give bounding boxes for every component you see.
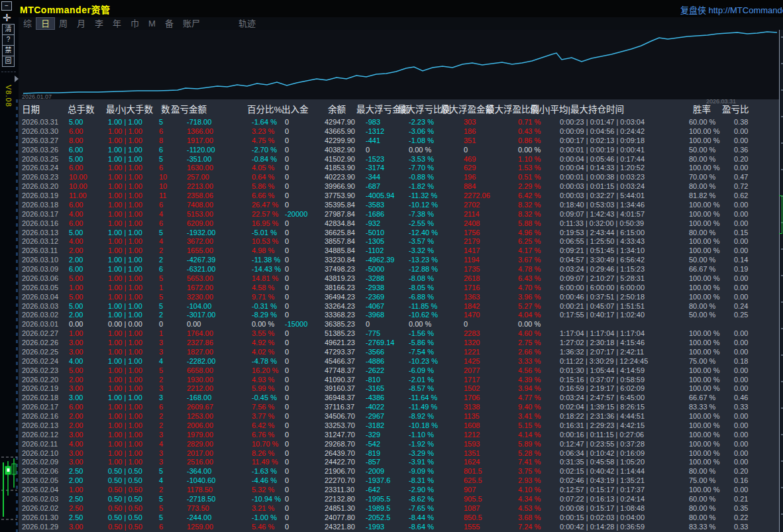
menu-item-综[interactable]: 综	[19, 18, 36, 29]
table-row[interactable]: 2026.03.2310.001.00 | 1.0010257.000.64 %…	[19, 173, 779, 182]
cell: 8.32 %	[507, 210, 556, 219]
column-header[interactable]: 最小|大手数	[96, 102, 154, 115]
table-row[interactable]: 2026.02.193.001.00 | 1.0032212.005.99 %0…	[19, 384, 779, 394]
cell: 3.00	[65, 339, 96, 348]
table-row[interactable]: 2026.03.255.001.00 | 1.005-351.00-0.84 %…	[19, 155, 779, 164]
move-icon[interactable]: ✛	[3, 13, 11, 23]
table-row[interactable]: 2026.03.010.000.00 | 0.0000.000.00 %-150…	[19, 320, 779, 329]
table-row[interactable]: 2026.03.174.001.00 | 1.0045153.0022.57 %…	[19, 210, 779, 219]
equity-chart[interactable]	[19, 30, 783, 99]
cell: 2026.03.09	[19, 265, 65, 274]
table-row[interactable]: 2026.03.096.001.00 | 1.006-6321.00-14.43…	[19, 265, 779, 274]
table-row[interactable]: 2026.02.244.001.00 | 1.004-2282.00-4.78 …	[19, 357, 779, 366]
cell: 1366.00	[173, 127, 237, 136]
cell: 0	[275, 421, 315, 431]
menu-item-年[interactable]: 年	[108, 18, 126, 29]
table-row[interactable]: 2026.02.022.500.50 | 0.505773.503.21 %02…	[19, 504, 779, 513]
column-header[interactable]: 余额	[315, 102, 356, 115]
forbid-icon[interactable]: 禁	[2, 45, 15, 56]
cell: -3.29 %	[399, 449, 453, 458]
table-row[interactable]: 2026.02.176.001.00 | 1.0062609.677.56 %0…	[19, 403, 779, 412]
table-row[interactable]: 2026.02.132.001.00 | 1.0022006.006.42 %0…	[19, 421, 779, 431]
cell: 0	[275, 504, 315, 513]
column-header[interactable]: 数	[154, 102, 173, 115]
table-row[interactable]: 2026.01.293.000.50 | 0.5061259.005.46 %0…	[19, 523, 779, 532]
table-row[interactable]: 2026.03.035.001.00 | 1.005-104.00-0.31 %…	[19, 302, 779, 311]
table-row[interactable]: 2026.02.052.000.50 | 0.504-1040.60-4.46 …	[19, 476, 779, 486]
table-row[interactable]: 2026.03.051.001.00 | 1.0011672.004.58 %0…	[19, 284, 779, 293]
cell: 2516.00	[173, 458, 237, 467]
minimize-button[interactable]: −	[1, 1, 12, 11]
menu-item-日[interactable]: 日	[36, 18, 54, 29]
table-row[interactable]: 2026.03.166.001.00 | 1.0066209.0016.95 %…	[19, 219, 779, 229]
table-row[interactable]: 2026.03.315.001.00 | 1.005-718.00-1.64 %…	[19, 118, 779, 127]
cell: 0.00	[733, 246, 759, 256]
cell: 83.33 %	[688, 403, 733, 412]
menu-item-月[interactable]: 月	[72, 18, 90, 29]
table-row[interactable]: 2026.02.183.001.00 | 1.003-168.00-0.45 %…	[19, 394, 779, 403]
menu-item-M[interactable]: M	[144, 18, 160, 29]
table-row[interactable]: 2026.02.162.001.00 | 1.0021253.003.77 %0…	[19, 412, 779, 421]
cell: 0.43 %	[507, 127, 556, 136]
column-header[interactable]: 最大浮亏金额	[356, 102, 399, 115]
table-row[interactable]: 2026.03.266.001.00 | 1.006-1120.00-2.70 …	[19, 146, 779, 155]
cell: 80.00 %	[688, 155, 733, 164]
table-row[interactable]: 2026.03.186.001.00 | 1.0067408.0026.47 %…	[19, 201, 779, 210]
table-row[interactable]: 2026.02.253.001.00 | 1.0031827.004.02 %0…	[19, 348, 779, 357]
table-row[interactable]: 2026.02.093.001.00 | 1.0032516.0011.49 %…	[19, 458, 779, 467]
table-row[interactable]: 2026.02.114.001.00 | 1.0042829.0010.70 %…	[19, 440, 779, 449]
cell: 0:11:33 | 0:32:00 | 0:50:39	[556, 219, 688, 229]
table-row[interactable]: 2026.02.041.000.50 | 0.5021178.505.32 %0…	[19, 486, 779, 495]
table-row[interactable]: 2026.03.306.001.00 | 1.0061366.003.23 %0…	[19, 127, 779, 136]
table-row[interactable]: 2026.03.1911.001.00 | 1.00112358.066.66 …	[19, 191, 779, 201]
table-row[interactable]: 2026.03.246.001.00 | 1.0061630.004.05 %0…	[19, 164, 779, 173]
table-row[interactable]: 2026.03.135.001.00 | 1.005-1932.00-5.01 …	[19, 229, 779, 238]
table-row[interactable]: 2026.03.022.001.00 | 1.002-3017.00-8.29 …	[19, 311, 779, 320]
table-row[interactable]: 2026.02.235.001.00 | 1.0056658.0016.20 %…	[19, 366, 779, 376]
clear-icon[interactable]: 清	[2, 24, 15, 35]
table-row[interactable]: 2026.03.102.001.00 | 1.002-4267.39-11.38…	[19, 256, 779, 265]
table-row[interactable]: 2026.03.124.001.00 | 1.0043672.0010.53 %…	[19, 237, 779, 246]
column-header[interactable]: 日期	[19, 102, 65, 115]
table-header: 日期总手数最小|大手数数盈亏金额百分比%出入金余额最大浮亏金额最大浮亏比例最大浮…	[19, 99, 779, 117]
table-row[interactable]: 2026.02.032.500.50 | 0.505-2718.50-10.94…	[19, 495, 779, 504]
menu-item-备[interactable]: 备	[160, 18, 178, 29]
cell: 0	[275, 256, 315, 265]
table-row[interactable]: 2026.02.103.001.00 | 1.0032017.008.26 %0…	[19, 449, 779, 458]
table-row[interactable]: 2026.03.2010.001.00 | 1.00102213.005.86 …	[19, 182, 779, 191]
cell: 1194	[453, 256, 507, 265]
cell: -1.92 %	[399, 440, 453, 449]
menu-item-账尸[interactable]: 账尸	[178, 18, 205, 29]
cell: 1655.00	[173, 246, 237, 256]
table-row[interactable]: 2026.03.278.001.00 | 1.0081917.004.75 %0…	[19, 136, 779, 146]
windows-icon[interactable]: 回	[2, 56, 15, 67]
table-row[interactable]: 2026.02.123.001.00 | 1.0031979.006.76 %0…	[19, 431, 779, 440]
cell: 2026.03.13	[19, 229, 65, 238]
column-header[interactable]: 盈亏比	[733, 102, 759, 115]
table-row[interactable]: 2026.02.263.001.00 | 1.0032327.864.92 %0…	[19, 339, 779, 348]
table-row[interactable]: 2026.02.062.500.50 | 0.505-364.00-1.63 %…	[19, 467, 779, 476]
column-header[interactable]: 百分比%	[237, 102, 275, 115]
cell: 0.00	[733, 201, 759, 210]
help-icon[interactable]: ?	[2, 34, 15, 46]
menu-item-巾[interactable]: 巾	[126, 18, 144, 29]
table-row[interactable]: 2026.02.271.001.00 | 1.0011764.003.55 %0…	[19, 329, 779, 339]
column-header[interactable]: 盈亏金额	[173, 102, 237, 115]
table-row[interactable]: 2026.03.065.001.00 | 1.0055653.0014.81 %…	[19, 274, 779, 284]
column-header[interactable]: 总手数	[65, 102, 96, 115]
table-row[interactable]: 2026.01.302.500.50 | 0.505-244.00-1.00 %…	[19, 513, 779, 523]
version-label: V8.08	[5, 85, 13, 107]
cell: 3.75 %	[507, 467, 556, 476]
column-header[interactable]: 最小|平均|最大持仓时间	[556, 102, 688, 115]
menu-item-李[interactable]: 李	[90, 18, 108, 29]
table-row[interactable]: 2026.03.112.001.00 | 1.0021655.004.98 %0…	[19, 246, 779, 256]
brand-link[interactable]: 复盘侠 http://MTCommande	[680, 3, 783, 16]
cell: 50.00 %	[688, 146, 733, 155]
menu-item-轨迹[interactable]: 轨迹	[234, 18, 260, 29]
cell: 0.25	[733, 311, 759, 320]
table-row[interactable]: 2026.02.202.001.00 | 1.0021930.004.93 %0…	[19, 376, 779, 385]
table-body: 2026.03.315.001.00 | 1.005-718.00-1.64 %…	[19, 118, 779, 531]
menu-item-周[interactable]: 周	[54, 18, 72, 29]
cell: 2.00	[65, 421, 96, 431]
table-row[interactable]: 2026.03.045.001.00 | 1.0053230.009.71 %0…	[19, 293, 779, 302]
